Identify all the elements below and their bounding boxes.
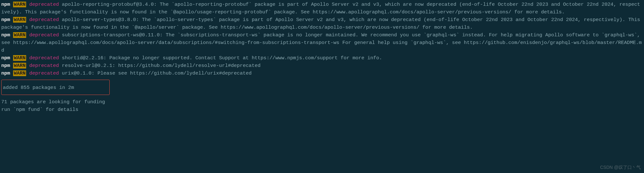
warn-message: apollo-server-types@3.8.0: The `apollo-s… xyxy=(1,17,640,30)
funding-count: 71 packages are looking for funding xyxy=(1,98,643,106)
warn-message: apollo-reporting-protobuf@3.4.0: The `ap… xyxy=(1,2,640,15)
warn-message: urix@0.1.0: Please see https://github.co… xyxy=(62,70,252,76)
funding-hint: run `npm fund` for details xyxy=(1,106,643,113)
npm-prefix: npm xyxy=(1,55,10,61)
terminal-output: npm WARN deprecated apollo-reporting-pro… xyxy=(1,1,643,113)
summary-added: added 855 packages in 2m xyxy=(3,85,74,90)
npm-prefix: npm xyxy=(1,17,10,23)
warn-line: npm WARN deprecated apollo-reporting-pro… xyxy=(1,1,643,16)
npm-prefix: npm xyxy=(1,2,10,7)
deprecated-tag: deprecated xyxy=(29,63,59,68)
warn-line: npm WARN deprecated resolve-url@0.2.1: h… xyxy=(1,62,643,69)
deprecated-tag: deprecated xyxy=(29,55,59,61)
warn-level: WARN xyxy=(13,55,26,61)
warn-message: shortid@2.2.16: Package no longer suppor… xyxy=(62,55,382,61)
deprecated-tag: deprecated xyxy=(29,70,59,76)
warn-message: subscriptions-transport-ws@0.11.0: The `… xyxy=(1,32,642,53)
deprecated-tag: deprecated xyxy=(29,32,59,38)
npm-prefix: npm xyxy=(1,70,10,76)
warn-line: npm WARN deprecated subscriptions-transp… xyxy=(1,31,643,54)
summary-highlight-box: added 855 packages in 2m xyxy=(1,80,110,95)
warn-level: WARN xyxy=(13,32,26,38)
warn-level: WARN xyxy=(13,63,26,68)
warn-line: npm WARN deprecated shortid@2.2.16: Pack… xyxy=(1,54,643,62)
npm-prefix: npm xyxy=(1,32,10,38)
warn-message: resolve-url@0.2.1: https://github.com/ly… xyxy=(62,63,260,68)
warn-level: WARN xyxy=(13,70,26,76)
warn-line: npm WARN deprecated apollo-server-types@… xyxy=(1,16,643,31)
deprecated-tag: deprecated xyxy=(29,2,59,7)
warn-level: WARN xyxy=(13,17,26,23)
warn-line: npm WARN deprecated urix@0.1.0: Please s… xyxy=(1,69,643,77)
deprecated-tag: deprecated xyxy=(29,17,59,23)
npm-prefix: npm xyxy=(1,63,10,68)
warn-level: WARN xyxy=(13,2,26,7)
